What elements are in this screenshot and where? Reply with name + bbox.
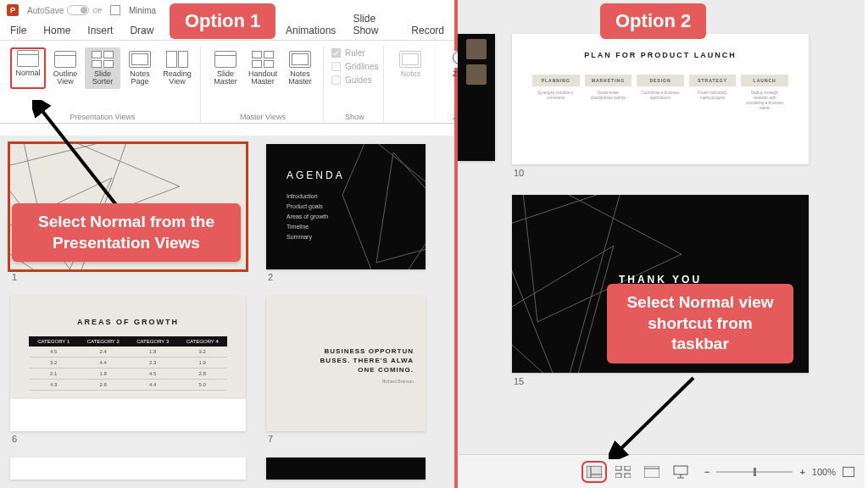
- slide-thumb-2[interactable]: AGENDA Introduction Product goals Areas …: [266, 144, 426, 269]
- table-row: 4.52.41.83.2: [29, 347, 227, 358]
- notes-page-label: Notes Page: [130, 70, 150, 86]
- callout-right: Select Normal view shortcut from taskbar: [607, 284, 793, 363]
- handout-master-label: Handout Master: [248, 70, 277, 86]
- table-row: 3.24.42.31.9: [29, 358, 227, 369]
- slideshow-shortcut[interactable]: [672, 465, 689, 479]
- th: CATEGORY 2: [79, 336, 129, 347]
- th: CATEGORY 4: [178, 336, 228, 347]
- outline-view-label: Outline View: [53, 70, 78, 86]
- slide7-sub: Richard Branson: [307, 379, 414, 384]
- fit-to-window-button[interactable]: [843, 467, 854, 477]
- slide-thumb-10[interactable]: PLAN FOR PRODUCT LAUNCH PLANNINGSynergiz…: [512, 34, 809, 164]
- plan-body: Coordinate e-business applications: [637, 86, 684, 105]
- notes-page-button[interactable]: Notes Page: [122, 47, 158, 89]
- plan-columns: PLANNINGSynergize scalable e-commerce MA…: [532, 75, 788, 114]
- reading-view-shortcut[interactable]: [643, 465, 660, 479]
- avatar-icon: [466, 64, 487, 85]
- group-master-views-label: Master Views: [208, 113, 318, 121]
- slide-sorter-shortcut[interactable]: [615, 465, 632, 479]
- zoom-in-button[interactable]: +: [799, 467, 804, 477]
- slide-master-button[interactable]: Slide Master: [208, 47, 243, 89]
- reading-view-label: Reading View: [163, 70, 192, 86]
- zoom-control: − + 100%: [704, 467, 854, 477]
- slide7-headline: BUSINESS OPPORTUN BUSES. THERE'S ALWA ON…: [307, 347, 414, 375]
- notes-label: Notes: [401, 70, 421, 78]
- callout-left: Select Normal from the Presentation View…: [12, 203, 241, 262]
- svg-rect-2: [587, 466, 602, 478]
- tab-animations[interactable]: Animations: [286, 25, 336, 40]
- slide-thumb-partial-right[interactable]: [266, 458, 426, 480]
- notes-master-label: Notes Master: [288, 70, 312, 86]
- reading-view-button[interactable]: Reading View: [159, 47, 195, 89]
- group-master-views: Slide Master Handout Master Notes Master…: [203, 46, 324, 123]
- slide-number-2: 2: [268, 272, 424, 282]
- tab-file[interactable]: File: [10, 25, 26, 40]
- normal-view-icon: [16, 49, 40, 68]
- slide10-title: PLAN FOR PRODUCT LAUNCH: [532, 51, 788, 59]
- normal-view-shortcut[interactable]: [586, 465, 603, 479]
- tab-insert[interactable]: Insert: [87, 25, 113, 40]
- reading-view-icon: [165, 50, 189, 69]
- svg-line-0: [39, 107, 117, 206]
- plan-body: Deploy strategic networks with compellin…: [741, 86, 788, 114]
- document-name: Minima: [129, 6, 156, 15]
- notes-button[interactable]: Notes: [391, 47, 430, 80]
- powerpoint-app-icon: P: [7, 4, 19, 16]
- plan-head: STRATEGY: [689, 75, 737, 86]
- th: CATEGORY 3: [128, 336, 178, 347]
- tab-home[interactable]: Home: [43, 25, 70, 40]
- autosave-state: Off: [92, 7, 102, 14]
- slide-master-icon: [214, 50, 237, 69]
- slide-thumb-6[interactable]: AREAS OF GROWTH CATEGORY 1 CATEGORY 2 CA…: [10, 296, 246, 431]
- tab-draw[interactable]: Draw: [130, 25, 153, 40]
- notes-icon: [398, 50, 422, 69]
- zoom-slider[interactable]: [716, 471, 793, 473]
- slide6-title: AREAS OF GROWTH: [29, 318, 227, 326]
- notes-master-button[interactable]: Notes Master: [282, 47, 318, 89]
- avatar-icon: [466, 39, 487, 59]
- gridlines-checkbox[interactable]: Gridlines: [331, 61, 378, 72]
- slideshow-shortcut-icon: [673, 465, 688, 479]
- geometric-lines-dark-icon: [266, 144, 426, 269]
- tab-record[interactable]: Record: [411, 25, 444, 40]
- notes-page-icon: [128, 50, 152, 69]
- toggle-track-icon: [67, 5, 89, 15]
- option-1-badge: Option 1: [170, 3, 275, 39]
- outline-view-button[interactable]: Outline View: [47, 47, 83, 89]
- reading-view-shortcut-icon: [644, 466, 659, 478]
- th: CATEGORY 1: [29, 336, 79, 347]
- normal-view-label: Normal: [15, 69, 40, 77]
- guides-checkbox[interactable]: Guides: [331, 75, 378, 86]
- table-header-row: CATEGORY 1 CATEGORY 2 CATEGORY 3 CATEGOR…: [29, 336, 227, 347]
- slide-sorter-button[interactable]: Slide Sorter: [85, 47, 120, 89]
- slide-sorter-label: Slide Sorter: [92, 70, 114, 86]
- svg-rect-6: [625, 466, 631, 470]
- svg-rect-8: [625, 474, 631, 478]
- handout-master-button[interactable]: Handout Master: [245, 47, 281, 89]
- svg-rect-7: [615, 474, 621, 478]
- tab-slide-show[interactable]: Slide Show: [353, 13, 394, 40]
- autosave-toggle[interactable]: AutoSave Off: [27, 5, 102, 15]
- slide-thumb-partial-left[interactable]: [10, 458, 246, 480]
- outline-view-icon: [53, 50, 77, 69]
- zoom-out-button[interactable]: −: [704, 467, 709, 477]
- slide-thumb-7[interactable]: BUSINESS OPPORTUN BUSES. THERE'S ALWA ON…: [266, 296, 426, 431]
- plan-head: PLANNING: [532, 75, 580, 86]
- plan-head: MARKETING: [585, 75, 632, 86]
- group-show: Ruler Gridlines Guides Show: [326, 46, 384, 123]
- table-row: 4.32.84.45.0: [29, 380, 227, 391]
- plan-head: LAUNCH: [741, 75, 788, 86]
- group-show-label: Show: [331, 113, 378, 121]
- slide-thumb-fragment-9[interactable]: [458, 34, 495, 161]
- view-shortcuts: [586, 465, 689, 479]
- slide-master-label: Slide Master: [214, 70, 237, 86]
- svg-line-1: [617, 378, 693, 452]
- svg-rect-9: [644, 466, 659, 478]
- ruler-checkbox[interactable]: Ruler: [331, 47, 378, 58]
- normal-view-button[interactable]: Normal: [10, 47, 46, 89]
- slide-number-6: 6: [12, 434, 244, 444]
- slide-number-1: 1: [12, 272, 244, 282]
- handout-master-icon: [251, 50, 275, 69]
- autosave-label: AutoSave: [27, 6, 64, 15]
- plan-body: Disseminate standardized metrics: [585, 86, 632, 105]
